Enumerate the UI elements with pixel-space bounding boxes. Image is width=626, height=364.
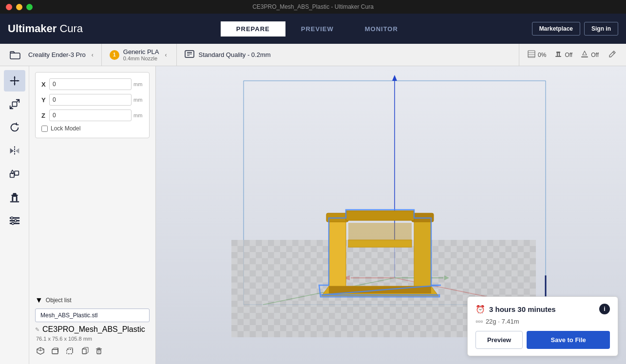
svg-rect-10 — [557, 53, 558, 56]
svg-point-31 — [14, 219, 17, 222]
tool-move[interactable] — [4, 70, 25, 91]
clock-icon: ⏰ — [475, 305, 485, 314]
main-area: X mm Y mm Z mm Lock Model ▼ Objec — [0, 66, 626, 364]
svg-rect-24 — [10, 201, 19, 202]
y-unit: mm — [133, 97, 143, 103]
print-buttons: Preview Save to File — [475, 331, 610, 349]
svg-rect-25 — [12, 197, 13, 201]
material-badge: 1 — [110, 50, 119, 60]
object-dims: 76.1 x 75.6 x 105.8 mm — [35, 336, 150, 342]
svg-point-30 — [11, 217, 13, 219]
object-edit-row: ✎ CE3PRO_Mesh_ABS_Plastic — [35, 325, 150, 334]
tool-mirror[interactable] — [4, 140, 25, 162]
tool-support[interactable] — [4, 187, 25, 208]
x-unit: mm — [133, 81, 143, 87]
transform-section: X mm Y mm Z mm Lock Model — [35, 72, 150, 138]
close-button[interactable] — [6, 4, 12, 10]
settings-edit-button[interactable] — [607, 48, 618, 62]
toolbar-material: 1 Generic PLA 0.4mm Nozzle ‹ — [102, 44, 177, 66]
logo: Ultimaker Cura — [8, 22, 83, 35]
tab-prepare[interactable]: PREPARE — [221, 21, 285, 36]
object-list-chevron: ▼ — [35, 296, 43, 305]
obj-action-front[interactable] — [50, 346, 60, 358]
svg-rect-9 — [555, 56, 561, 57]
y-label: Y — [41, 96, 49, 104]
tool-slice-settings[interactable] — [4, 210, 25, 232]
marketplace-button[interactable]: Marketplace — [532, 22, 580, 36]
print-info-panel: ⏰ 3 hours 30 minutes i ▫▫▫ 22g · 7.41m P… — [467, 296, 618, 356]
svg-line-48 — [263, 278, 395, 305]
obj-action-back[interactable] — [64, 346, 75, 358]
object-list-title: Object list — [46, 297, 72, 304]
lock-label: Lock Model — [51, 125, 80, 132]
x-input[interactable] — [49, 78, 132, 90]
svg-marker-51 — [343, 275, 350, 280]
folder-icon[interactable] — [6, 49, 24, 61]
svg-rect-15 — [12, 102, 17, 106]
print-material: ▫▫▫ 22g · 7.41m — [475, 317, 610, 325]
object-list-header[interactable]: ▼ Object list — [35, 296, 150, 305]
material-nozzle: 0.4mm Nozzle — [123, 55, 159, 61]
svg-marker-53 — [444, 275, 449, 280]
material-info: Generic PLA 0.4mm Nozzle — [123, 48, 159, 61]
coord-y-row: Y mm — [41, 94, 143, 106]
viewport[interactable]: ⏰ 3 hours 30 minutes i ▫▫▫ 22g · 7.41m P… — [156, 66, 626, 364]
tab-monitor[interactable]: MONITOR — [349, 21, 414, 36]
printer-chevron[interactable]: ‹ — [90, 50, 95, 60]
signin-button[interactable]: Sign in — [584, 22, 618, 36]
print-material-text: 22g · 7.41m — [486, 318, 519, 325]
svg-rect-0 — [10, 53, 20, 59]
quality-text: Standard Quality - 0.2mm — [198, 51, 270, 58]
obj-action-side[interactable] — [79, 346, 90, 358]
left-sidebar — [0, 66, 29, 364]
adhesion-value: Off — [591, 52, 599, 58]
svg-rect-60 — [329, 218, 346, 286]
print-time: ⏰ 3 hours 30 minutes — [475, 305, 556, 314]
svg-point-21 — [11, 171, 14, 173]
printer-name: Creality Ender-3 Pro — [24, 51, 90, 58]
save-to-file-button[interactable]: Save to File — [527, 331, 610, 349]
lock-checkbox[interactable] — [41, 126, 48, 132]
obj-action-delete[interactable] — [94, 346, 104, 358]
svg-marker-18 — [15, 148, 19, 153]
tool-scale[interactable] — [4, 93, 25, 115]
infill-value: 0% — [538, 52, 546, 58]
toolbar: Creality Ender-3 Pro ‹ 1 Generic PLA 0.4… — [0, 44, 626, 66]
obj-action-cube[interactable] — [35, 346, 46, 358]
tool-rotate[interactable] — [4, 117, 25, 138]
x-label: X — [41, 81, 49, 88]
tab-preview[interactable]: PREVIEW — [285, 21, 349, 36]
coord-z-row: Z mm — [41, 109, 143, 121]
lock-row: Lock Model — [41, 125, 143, 132]
svg-rect-12 — [556, 52, 560, 53]
z-input[interactable] — [49, 109, 132, 121]
z-label: Z — [41, 112, 49, 119]
svg-line-14 — [613, 52, 614, 54]
tool-permodel[interactable] — [4, 164, 25, 185]
minimize-button[interactable] — [16, 4, 22, 10]
maximize-button[interactable] — [26, 4, 33, 10]
left-panel: X mm Y mm Z mm Lock Model ▼ Objec — [29, 66, 156, 364]
toolbar-quality: Standard Quality - 0.2mm — [177, 44, 519, 66]
object-list-section: ▼ Object list Mesh_ABS_Plastic.stl ✎ CE3… — [35, 296, 150, 358]
svg-rect-35 — [67, 349, 73, 354]
material-bars-icon: ▫▫▫ — [475, 317, 483, 325]
svg-rect-66 — [348, 223, 412, 240]
svg-rect-64 — [346, 211, 414, 220]
logo-product: Cura — [59, 22, 83, 35]
print-time-text: 3 hours 30 minutes — [489, 305, 556, 313]
infill-icon — [527, 50, 536, 60]
preview-button[interactable]: Preview — [475, 331, 523, 349]
svg-marker-68 — [319, 210, 441, 297]
y-input[interactable] — [49, 94, 132, 106]
svg-rect-13 — [581, 56, 588, 57]
info-button[interactable]: i — [599, 304, 610, 314]
material-chevron[interactable]: ‹ — [163, 50, 169, 60]
print-time-row: ⏰ 3 hours 30 minutes i — [475, 304, 610, 314]
object-edit-name: CE3PRO_Mesh_ABS_Plastic — [42, 325, 145, 334]
nav-tabs: PREPARE PREVIEW MONITOR — [102, 21, 532, 36]
window-title: CE3PRO_Mesh_ABS_Plastic - Ultimaker Cura — [252, 3, 374, 10]
svg-rect-26 — [16, 197, 17, 201]
svg-rect-63 — [412, 213, 434, 222]
svg-rect-65 — [348, 240, 412, 247]
